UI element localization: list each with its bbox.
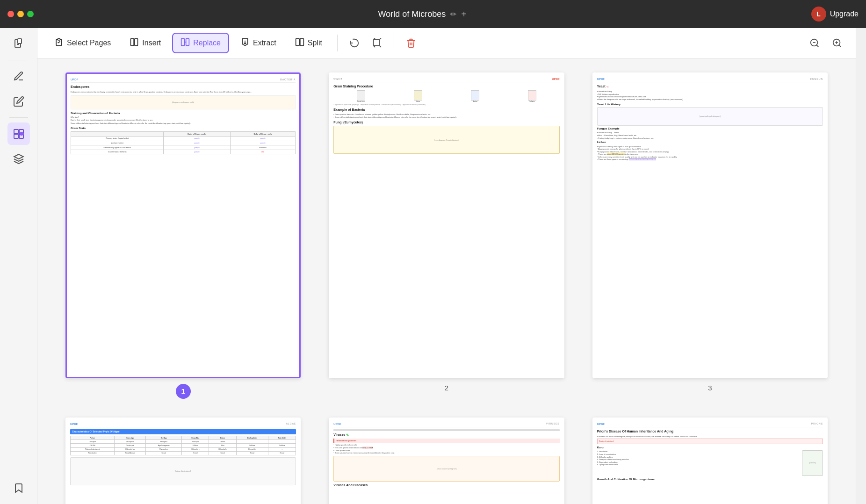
extract-icon [240, 37, 250, 49]
svg-rect-14 [374, 40, 380, 46]
svg-rect-9 [135, 39, 138, 46]
page-thumb-4[interactable]: UPDF ALGAE Characteristics Of Selected P… [65, 418, 301, 504]
insert-icon [130, 37, 139, 49]
upgrade-button[interactable]: L Upgrade [811, 7, 859, 22]
select-pages-button[interactable]: Select Pages [47, 34, 118, 52]
svg-rect-1 [18, 39, 22, 43]
svg-rect-10 [181, 39, 185, 46]
page-thumb-2[interactable]: Chapter 1 UPDF Gram Staining Procedure C… [329, 72, 564, 378]
sidebar-icon-wrapper-organize [7, 122, 30, 145]
title-bar: World of Microbes ✏ + L Upgrade [0, 0, 866, 28]
replace-label: Replace [193, 39, 221, 47]
sidebar-icon-organize[interactable] [7, 122, 30, 145]
toolbar-divider-2 [394, 35, 394, 51]
close-button[interactable] [7, 11, 14, 17]
page-number-1: 1 [176, 384, 191, 399]
sidebar-icon-document[interactable] [7, 33, 30, 55]
zoom-out-button[interactable] [805, 34, 824, 52]
upgrade-label: Upgrade [830, 10, 859, 18]
extract-label: Extract [253, 39, 276, 47]
select-pages-label: Select Pages [67, 39, 111, 47]
page-item-1[interactable]: UPDF BACTERIA Endospores Endospores are … [65, 72, 301, 399]
split-label: Split [308, 39, 322, 47]
svg-marker-6 [14, 154, 23, 159]
extract-button[interactable]: Extract [233, 34, 284, 52]
sidebar-icon-annotate[interactable] [7, 65, 30, 87]
toolbar: Select Pages Insert [37, 28, 856, 58]
toolbar-right [805, 34, 846, 52]
svg-line-19 [839, 45, 841, 47]
sidebar-divider-2 [9, 117, 28, 118]
sidebar-divider-1 [9, 60, 28, 60]
page-item-4[interactable]: UPDF ALGAE Characteristics Of Selected P… [65, 418, 301, 504]
right-sidebar [856, 28, 866, 504]
left-sidebar [0, 28, 37, 504]
svg-rect-8 [131, 39, 134, 46]
svg-rect-4 [14, 134, 18, 138]
sidebar-icon-edit[interactable] [7, 90, 30, 113]
content-area: Select Pages Insert [37, 28, 856, 504]
page-item-6[interactable]: UPDF PRIONS Prion's Disease Of Human Inh… [592, 418, 828, 504]
add-tab-button[interactable]: + [461, 9, 467, 20]
select-pages-icon [54, 37, 64, 49]
zoom-in-button[interactable] [828, 34, 846, 52]
replace-icon [180, 37, 190, 49]
svg-rect-13 [300, 39, 304, 46]
insert-label: Insert [142, 39, 161, 47]
page-thumb-1[interactable]: UPDF BACTERIA Endospores Endospores are … [65, 72, 301, 378]
toolbar-divider-1 [337, 35, 338, 51]
svg-rect-12 [296, 39, 299, 46]
svg-line-16 [816, 45, 818, 47]
page-thumb-6[interactable]: UPDF PRIONS Prion's Disease Of Human Inh… [592, 418, 828, 504]
delete-button[interactable] [402, 34, 420, 52]
page-thumb-3[interactable]: UPDF FUNGUS Yeast ◁ • Unicellular Fungi … [592, 72, 828, 378]
svg-rect-7 [58, 39, 60, 40]
main-container: Select Pages Insert [0, 28, 866, 504]
sidebar-icon-layers[interactable] [7, 148, 30, 170]
page-number-3: 3 [708, 384, 712, 392]
pages-area[interactable]: UPDF BACTERIA Endospores Endospores are … [37, 58, 856, 504]
page-number-2: 2 [445, 384, 448, 392]
document-title: World of Microbes [378, 9, 446, 19]
pages-grid: UPDF BACTERIA Endospores Endospores are … [65, 72, 828, 504]
insert-button[interactable]: Insert [122, 34, 168, 52]
page-thumb-5[interactable]: UPDF VIRUSES Viruses 🦠 • Intracellular p… [329, 418, 564, 504]
page-item-5[interactable]: UPDF VIRUSES Viruses 🦠 • Intracellular p… [329, 418, 564, 504]
active-indicator [20, 132, 23, 136]
user-avatar: L [811, 7, 826, 22]
svg-rect-2 [14, 130, 18, 134]
rotate-left-button[interactable] [345, 34, 364, 52]
svg-rect-11 [186, 39, 189, 46]
page-item-2[interactable]: Chapter 1 UPDF Gram Staining Procedure C… [329, 72, 564, 399]
edit-title-icon[interactable]: ✏ [450, 10, 456, 19]
title-area: World of Microbes ✏ + [39, 9, 806, 20]
traffic-lights [7, 11, 34, 17]
split-icon [295, 37, 304, 49]
rotate-right-button[interactable] [368, 34, 386, 52]
minimize-button[interactable] [17, 11, 24, 17]
sidebar-icon-bookmark[interactable] [7, 477, 30, 499]
replace-button[interactable]: Replace [172, 33, 229, 53]
maximize-button[interactable] [27, 11, 34, 17]
split-button[interactable]: Split [288, 34, 330, 52]
page-item-3[interactable]: UPDF FUNGUS Yeast ◁ • Unicellular Fungi … [592, 72, 828, 399]
